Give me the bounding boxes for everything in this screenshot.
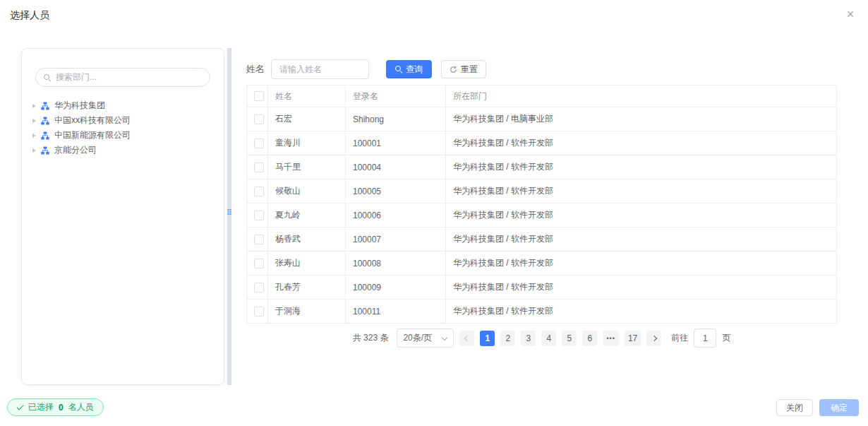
table-row[interactable]: 夏九岭 100006 华为科技集团 / 软件开发部 [247,203,837,227]
cell-dept: 华为科技集团 / 软件开发部 [446,155,837,179]
table-row[interactable]: 马千里 100004 华为科技集团 / 软件开发部 [247,155,837,179]
page-button-3[interactable]: 3 [521,331,536,346]
cell-name: 孔春芳 [268,276,346,300]
page-button-5[interactable]: 5 [562,331,577,346]
cell-dept: 华为科技集团 / 软件开发部 [446,227,837,252]
cell-name: 杨香武 [268,227,346,252]
cell-dept: 华为科技集团 / 电脑事业部 [446,107,837,131]
row-checkbox[interactable] [254,283,264,292]
name-input[interactable] [271,59,369,79]
goto-page-input[interactable] [694,329,716,348]
cell-login: 100008 [346,252,446,276]
people-panel: 姓名 查询 重置 姓名 登录名 所在部门 石宏 Shihong 华为科 [246,59,837,348]
refresh-icon [450,66,457,73]
page-button-4[interactable]: 4 [541,331,556,346]
tree-item-label: 中国新能源有限公司 [54,129,131,141]
search-icon [44,74,51,81]
selected-count: 0 [59,403,64,413]
row-checkbox[interactable] [254,114,264,124]
tree-item-label: 中国xx科技有限公司 [54,114,131,126]
tree-item-china-xx[interactable]: 中国xx科技有限公司 [22,113,224,128]
page-size-value: 20条/页 [403,332,432,344]
search-icon [395,66,402,73]
reset-button[interactable]: 重置 [441,60,486,78]
cell-login: 100001 [346,131,446,155]
page-button-2[interactable]: 2 [500,331,515,346]
query-button[interactable]: 查询 [386,60,432,78]
confirm-button[interactable]: 确定 [819,399,859,416]
department-panel: 搜索部门... 华为科技集团 中国xx科技有限公司 中国新能源有限公司 京能分公… [21,48,224,385]
close-icon[interactable]: × [842,6,859,23]
cell-login: 100005 [346,179,446,203]
chevron-right-icon [651,335,657,341]
table-header-row: 姓名 登录名 所在部门 [247,85,837,107]
people-table: 姓名 登录名 所在部门 石宏 Shihong 华为科技集团 / 电脑事业部 童海… [246,85,837,324]
more-pages-icon[interactable]: ••• [603,331,618,346]
page-button-1[interactable]: 1 [480,331,495,346]
cell-dept: 华为科技集团 / 软件开发部 [446,300,837,324]
chevron-left-icon [464,335,470,341]
goto-label: 前往 [671,332,688,344]
cell-name: 夏九岭 [268,203,346,227]
row-checkbox[interactable] [254,162,264,172]
tree-item-label: 华为科技集团 [54,100,105,112]
column-header-login: 登录名 [346,85,446,107]
table-row[interactable]: 孔春芳 100009 华为科技集团 / 软件开发部 [247,276,837,300]
cell-login: 100004 [346,155,446,179]
cell-name: 于洞海 [268,300,346,324]
page-button-17[interactable]: 17 [625,331,641,346]
cell-name: 候敬山 [268,179,346,203]
cell-name: 石宏 [268,107,346,131]
cell-login: Shihong [346,107,446,131]
table-row[interactable]: 童海川 100001 华为科技集团 / 软件开发部 [247,131,837,155]
row-checkbox[interactable] [254,187,264,196]
tree-item-jingneng[interactable]: 京能分公司 [22,143,224,158]
caret-right-icon[interactable] [32,119,36,123]
org-icon [41,131,49,140]
tree-item-label: 京能分公司 [54,144,97,156]
total-count: 共 323 条 [353,332,389,344]
department-search-placeholder: 搜索部门... [56,71,97,83]
drag-handle-icon[interactable] [228,209,231,215]
cell-login: 100006 [346,203,446,227]
org-icon [41,117,49,125]
pagination: 共 323 条 20条/页 1 2 3 4 5 6 ••• 17 前往 页 [246,329,837,348]
table-row[interactable]: 候敬山 100005 华为科技集团 / 软件开发部 [247,179,837,203]
page-button-6[interactable]: 6 [582,331,597,346]
cell-dept: 华为科技集团 / 软件开发部 [446,179,837,203]
cell-name: 张寿山 [268,252,346,276]
caret-right-icon[interactable] [32,134,36,138]
row-checkbox[interactable] [254,307,264,316]
page-size-select[interactable]: 20条/页 [397,329,454,348]
table-row[interactable]: 石宏 Shihong 华为科技集团 / 电脑事业部 [247,107,837,131]
org-icon [41,102,49,110]
department-tree: 华为科技集团 中国xx科技有限公司 中国新能源有限公司 京能分公司 [22,98,224,158]
row-checkbox[interactable] [254,138,264,148]
next-page-button[interactable] [646,331,661,346]
cell-login: 100011 [346,300,446,324]
row-checkbox[interactable] [254,235,264,244]
panel-splitter[interactable] [227,48,231,385]
tree-item-huawei[interactable]: 华为科技集团 [22,98,224,113]
tree-item-china-newenergy[interactable]: 中国新能源有限公司 [22,128,224,143]
filter-row: 姓名 查询 重置 [246,59,837,79]
table-row[interactable]: 于洞海 100011 华为科技集团 / 软件开发部 [247,300,837,324]
reset-button-label: 重置 [461,64,478,76]
close-button[interactable]: 关闭 [776,399,813,416]
department-search-input[interactable]: 搜索部门... [35,68,210,87]
table-row[interactable]: 张寿山 100008 华为科技集团 / 软件开发部 [247,252,837,276]
caret-right-icon[interactable] [32,104,36,108]
column-header-dept: 所在部门 [446,85,837,107]
goto-unit: 页 [722,332,730,344]
prev-page-button[interactable] [459,331,474,346]
name-label: 姓名 [246,63,265,76]
table-row[interactable]: 杨香武 100007 华为科技集团 / 软件开发部 [247,227,837,252]
row-checkbox[interactable] [254,259,264,268]
cell-dept: 华为科技集团 / 软件开发部 [446,131,837,155]
cell-name: 童海川 [268,131,346,155]
caret-right-icon[interactable] [32,148,36,153]
cell-login: 100009 [346,276,446,300]
select-all-checkbox[interactable] [254,91,264,101]
query-button-label: 查询 [406,64,423,76]
row-checkbox[interactable] [254,211,264,220]
